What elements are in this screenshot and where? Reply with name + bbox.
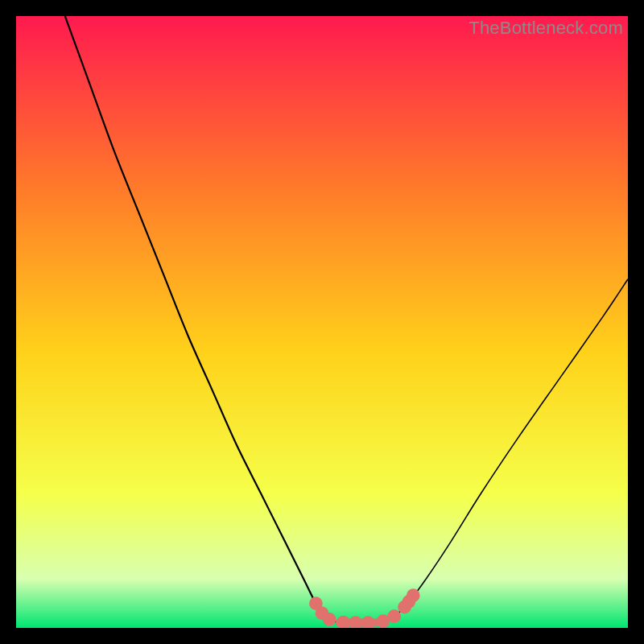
trough-markers: [309, 588, 420, 628]
chart-frame: TheBottleneck.com: [16, 16, 628, 628]
trough-bar: [336, 619, 380, 627]
bottleneck-curve-layer: [16, 16, 628, 628]
trough-marker-dot: [323, 613, 336, 626]
curve-left-branch: [65, 16, 332, 621]
watermark-label: TheBottleneck.com: [469, 18, 623, 39]
curve-right-branch: [386, 279, 628, 621]
trough-marker-dot: [387, 609, 401, 623]
trough-marker-dot: [407, 588, 420, 602]
